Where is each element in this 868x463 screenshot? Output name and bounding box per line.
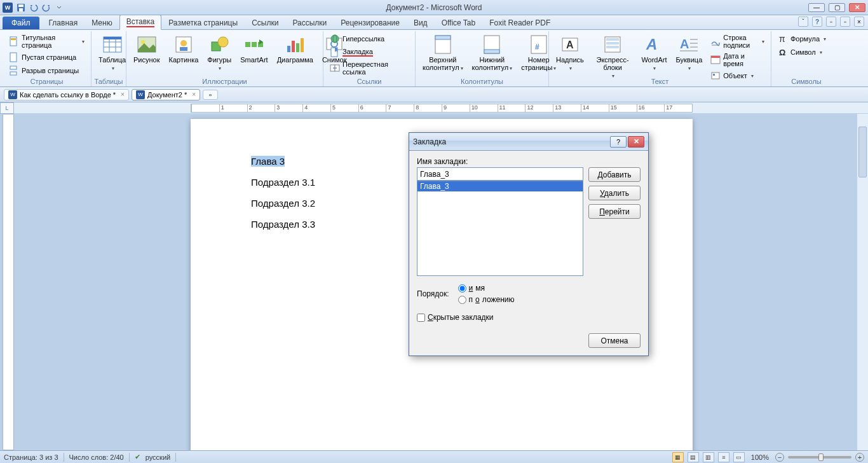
scrollbar-thumb[interactable] (858, 127, 867, 177)
zoom-in-button[interactable]: + (855, 453, 864, 462)
view-fullscreen[interactable]: ▤ (688, 452, 699, 462)
status-words[interactable]: Число слов: 2/40 (69, 453, 124, 461)
svg-rect-56 (711, 56, 720, 58)
dropcap-icon: A (679, 34, 699, 55)
horizontal-ruler[interactable]: 1234567891011121314151617 (19, 102, 849, 114)
cancel-button[interactable]: Отмена (588, 333, 641, 348)
tab-menu[interactable]: Меню (85, 16, 119, 29)
page-break-button[interactable]: Разрыв страницы (6, 64, 87, 77)
bookmark-list[interactable]: Глава_3 (417, 181, 583, 276)
view-web[interactable]: ▥ (703, 452, 714, 462)
ribbon-minimize-icon[interactable]: ˇ (798, 17, 808, 27)
quickparts-button[interactable]: Экспресс-блоки▾ (590, 32, 636, 82)
clipart-icon (173, 34, 194, 55)
tab-officetab[interactable]: Office Tab (435, 16, 483, 29)
tab-view[interactable]: Вид (407, 16, 435, 29)
tab-review[interactable]: Рецензирование (334, 16, 407, 29)
doctab-new[interactable]: ▫ (203, 90, 218, 100)
add-button[interactable]: Добавить (588, 167, 641, 182)
zoom-level[interactable]: 100% (751, 453, 769, 461)
picture-button[interactable]: Рисунок (130, 32, 163, 66)
zoom-slider-thumb[interactable] (818, 453, 824, 461)
sort-name-radio[interactable]: имя (458, 284, 515, 293)
close-button[interactable]: ✕ (849, 3, 865, 12)
tab-selector[interactable]: L (0, 102, 14, 114)
wordart-button[interactable]: AWordArt▾ (638, 32, 670, 74)
close-icon[interactable]: × (192, 91, 196, 98)
page-number-icon: # (529, 34, 549, 55)
tab-mailings[interactable]: Рассылки (285, 16, 334, 29)
bookmark-button[interactable]: Закладка (327, 46, 411, 59)
status-language[interactable]: русский (146, 453, 170, 461)
footer-button[interactable]: Нижний колонтитул▾ (469, 32, 516, 74)
redo-icon[interactable] (41, 2, 52, 13)
tab-links[interactable]: Ссылки (245, 16, 285, 29)
svg-text:Ω: Ω (779, 48, 785, 57)
svg-rect-22 (252, 42, 257, 47)
status-bar: Страница: 3 из 3 Число слов: 2/40 ✔ русс… (0, 450, 868, 463)
maximize-button[interactable]: ▢ (829, 3, 845, 12)
dialog-help-button[interactable]: ? (610, 136, 627, 148)
datetime-button[interactable]: Дата и время (708, 51, 767, 69)
zoom-slider[interactable] (788, 456, 851, 459)
header-button[interactable]: Верхний колонтитул▾ (419, 32, 466, 74)
cover-page-button[interactable]: Титульная страница▾ (6, 32, 87, 50)
smartart-button[interactable]: SmartArt (237, 32, 271, 66)
crossref-button[interactable]: Перекрестная ссылка (327, 59, 411, 77)
signature-line-button[interactable]: Строка подписи▾ (708, 32, 767, 50)
status-page[interactable]: Страница: 3 из 3 (4, 453, 58, 461)
group-illustrations-title: Иллюстрации (126, 78, 323, 85)
doctab-1[interactable]: WКак сделать ссылку в Ворде *× (4, 89, 129, 100)
svg-point-20 (218, 37, 228, 47)
doctab-2[interactable]: WДокумент2 *× (132, 89, 200, 100)
view-draft[interactable]: ▭ (733, 452, 745, 462)
vertical-ruler[interactable] (3, 114, 14, 450)
document-tabs: WКак сделать ссылку в Ворде *× WДокумент… (0, 87, 868, 102)
close-icon[interactable]: × (121, 91, 125, 98)
qat-more-icon[interactable] (53, 2, 65, 13)
symbol-button[interactable]: ΩСимвол▾ (775, 46, 829, 59)
svg-text:#: # (535, 43, 539, 52)
hidden-bookmarks-checkbox[interactable] (417, 314, 425, 322)
chart-button[interactable]: Диаграмма (274, 32, 316, 66)
page-break-icon (9, 66, 19, 76)
view-print-layout[interactable]: ▦ (672, 452, 684, 462)
tab-layout[interactable]: Разметка страницы (161, 16, 245, 29)
spellcheck-icon[interactable]: ✔ (135, 453, 140, 461)
clipart-button[interactable]: Картинка (166, 32, 202, 66)
goto-button[interactable]: Перейти (588, 204, 641, 219)
textbox-button[interactable]: AНадпись▾ (553, 32, 587, 74)
undo-icon[interactable] (28, 2, 39, 13)
view-outline[interactable]: ≡ (718, 452, 729, 462)
dialog-titlebar[interactable]: Закладка ? ✕ (409, 133, 648, 151)
svg-rect-47 (606, 46, 619, 48)
dropcap-button[interactable]: AБуквица▾ (673, 32, 706, 74)
zoom-out-button[interactable]: − (775, 453, 784, 462)
quickparts-icon (602, 34, 623, 55)
bookmark-name-input[interactable] (417, 167, 583, 181)
ribbon-opts2-icon[interactable]: ▫ (840, 17, 850, 27)
equation-button[interactable]: πФормула▾ (775, 32, 829, 45)
minimize-button[interactable]: — (808, 3, 825, 12)
table-button[interactable]: Таблица▾ (95, 32, 129, 74)
delete-button[interactable]: Удалить (588, 186, 641, 200)
ribbon-opts-icon[interactable]: ▫ (826, 17, 836, 27)
datetime-icon (710, 55, 721, 65)
vertical-scrollbar[interactable] (857, 114, 868, 450)
word-doc-icon: W (136, 90, 145, 99)
doc-heading[interactable]: Глава 3 (251, 156, 285, 167)
help-icon[interactable]: ? (812, 17, 822, 27)
tab-file[interactable]: Файл (3, 17, 39, 29)
save-icon[interactable] (15, 2, 27, 13)
tab-insert[interactable]: Вставка (119, 15, 162, 30)
dialog-close-button[interactable]: ✕ (628, 136, 644, 148)
shapes-button[interactable]: Фигуры▾ (204, 32, 234, 74)
svg-rect-58 (713, 74, 715, 76)
blank-page-button[interactable]: Пустая страница (6, 51, 87, 64)
ribbon-close-icon[interactable]: × (854, 17, 864, 27)
bookmark-list-item[interactable]: Глава_3 (417, 181, 583, 191)
sort-position-radio[interactable]: положению (458, 295, 515, 304)
tab-foxit[interactable]: Foxit Reader PDF (482, 16, 557, 29)
hyperlink-button[interactable]: Гиперссылка (327, 32, 411, 45)
tab-home[interactable]: Главная (42, 16, 85, 29)
